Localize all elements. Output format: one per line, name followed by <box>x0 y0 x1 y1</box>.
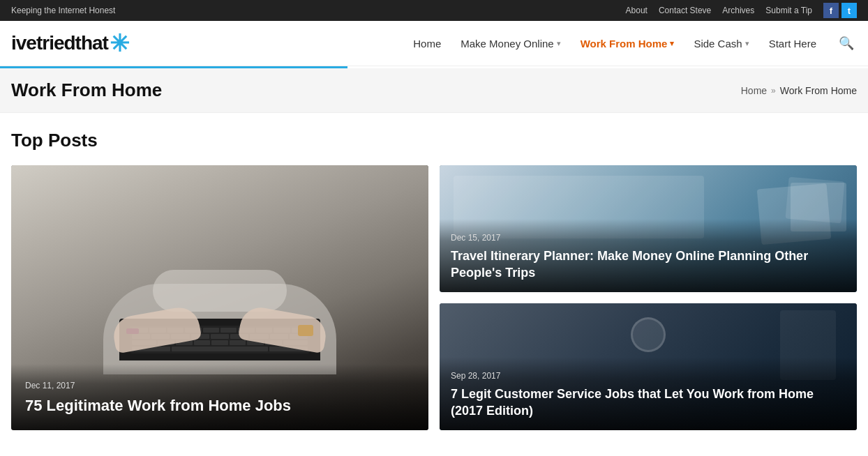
site-logo[interactable]: ivetriedthat✳ <box>11 29 128 57</box>
featured-post-title: 75 Legitimate Work from Home Jobs <box>25 396 414 416</box>
side-post-2-title: 7 Legit Customer Service Jobs that Let Y… <box>451 386 846 419</box>
breadcrumb-home-link[interactable]: Home <box>741 85 767 96</box>
watch <box>298 325 313 336</box>
nav-work-from-home[interactable]: Work From Home ▾ <box>581 38 675 50</box>
bracelet <box>126 328 139 334</box>
side-post-1-date: Dec 15, 2017 <box>451 233 846 243</box>
nav-side-cash[interactable]: Side Cash ▾ <box>694 38 749 50</box>
nav-make-money[interactable]: Make Money Online ▾ <box>461 38 560 50</box>
chevron-down-icon: ▾ <box>670 39 674 48</box>
breadcrumb: Home » Work From Home <box>741 85 857 96</box>
page-title: Work From Home <box>11 79 162 101</box>
featured-post[interactable]: Dec 11, 2017 75 Legitimate Work from Hom… <box>11 165 428 430</box>
key-row-4 <box>132 347 308 351</box>
headset-icon-area <box>631 317 666 352</box>
featured-post-date: Dec 11, 2017 <box>25 381 414 390</box>
right-posts-column: Dec 15, 2017 Travel Itinerary Planner: M… <box>440 165 857 430</box>
top-posts-heading: Top Posts <box>11 130 857 151</box>
search-button[interactable]: 🔍 <box>836 36 857 51</box>
chevron-down-icon: ▾ <box>557 39 561 48</box>
nav-home[interactable]: Home <box>413 38 441 50</box>
submit-tip-link[interactable]: Submit a Tip <box>765 6 812 15</box>
side-post-2-date: Sep 28, 2017 <box>451 371 846 381</box>
nav-start-here[interactable]: Start Here <box>769 38 816 50</box>
breadcrumb-current: Work From Home <box>780 85 857 96</box>
archives-link[interactable]: Archives <box>722 6 754 15</box>
side-post-2[interactable]: Sep 28, 2017 7 Legit Customer Service Jo… <box>440 303 857 430</box>
main-nav: Home Make Money Online ▾ Work From Home … <box>413 36 857 51</box>
logo-text: ivetriedthat <box>11 32 108 54</box>
chevron-down-icon: ▾ <box>745 39 749 48</box>
side-post-1-title: Travel Itinerary Planner: Make Money Onl… <box>451 248 846 281</box>
featured-post-overlay: Dec 11, 2017 75 Legitimate Work from Hom… <box>11 364 428 430</box>
about-link[interactable]: About <box>626 6 648 15</box>
side-post-1-overlay: Dec 15, 2017 Travel Itinerary Planner: M… <box>440 219 857 292</box>
tagline: Keeping the Internet Honest <box>11 6 115 15</box>
logo-asterisk: ✳ <box>110 29 128 57</box>
top-bar: Keeping the Internet Honest About Contac… <box>0 0 868 21</box>
posts-grid: Dec 11, 2017 75 Legitimate Work from Hom… <box>11 165 857 430</box>
breadcrumb-arrow: » <box>771 86 776 96</box>
breadcrumb-bar: Work From Home Home » Work From Home <box>0 68 868 113</box>
twitter-icon[interactable]: t <box>841 3 857 18</box>
side-post-1[interactable]: Dec 15, 2017 Travel Itinerary Planner: M… <box>440 165 857 292</box>
header: ivetriedthat✳ Home Make Money Online ▾ W… <box>0 21 868 66</box>
side-post-2-overlay: Sep 28, 2017 7 Legit Customer Service Jo… <box>440 357 857 430</box>
person-area <box>53 235 387 374</box>
contact-steve-link[interactable]: Contact Steve <box>659 6 711 15</box>
top-right-links: About Contact Steve Archives Submit a Ti… <box>626 3 857 18</box>
main-content: Top Posts <box>0 113 868 447</box>
social-icons: f t <box>823 3 857 18</box>
person-lap <box>153 270 286 312</box>
facebook-icon[interactable]: f <box>823 3 839 18</box>
